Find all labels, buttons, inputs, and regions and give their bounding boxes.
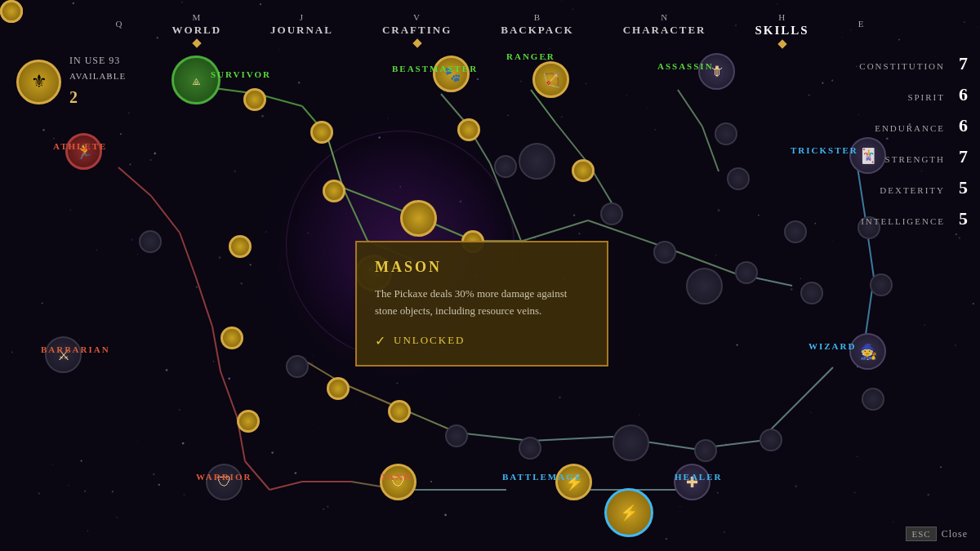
skill-node-sm12[interactable] [800, 282, 823, 304]
stat-constitution: CONSTITUTION 7 [859, 53, 968, 74]
wizard-icon: 🧙 [859, 343, 877, 361]
skill-node-sm8[interactable] [600, 202, 623, 225]
skill-node-assassin[interactable]: 🗡 [698, 53, 735, 90]
tooltip-description: The Pickaxe deals 30% more damage agains… [375, 286, 589, 320]
currency-icon: ⚜ [16, 60, 61, 104]
skill-node-med3[interactable] [686, 268, 723, 304]
top-navigation: Q M WORLD J JOURNAL V CRAFTING B BACKPAC… [0, 0, 980, 49]
nav-key-character: N [661, 12, 668, 22]
nav-key-skills: H [778, 12, 786, 22]
skill-node-healer[interactable]: ✚ [674, 464, 710, 500]
nav-diamond-crafting [412, 38, 421, 47]
skill-label-ranger-text: RANGER [506, 51, 555, 61]
stat-value-intelligence: 5 [951, 208, 968, 229]
skill-node-sm30[interactable] [862, 388, 884, 411]
skill-node-sm29[interactable] [870, 273, 893, 296]
esc-key[interactable]: ESC [906, 527, 936, 541]
survivor-icon: ⟁ [192, 72, 201, 89]
esc-close[interactable]: ESC Close [906, 527, 968, 541]
in-use-label: IN USE [69, 55, 105, 66]
nav-item-e[interactable]: E [834, 12, 889, 37]
skill-node-tank[interactable]: 🛡 [380, 464, 416, 500]
stat-value-endurance: 6 [951, 115, 968, 136]
skill-label-survivor: SURVIVOR [211, 69, 271, 79]
skill-node-sm18[interactable] [388, 400, 411, 423]
skill-node-battlemage[interactable]: ⚡ [555, 464, 592, 500]
stat-strength: STRENGTH 7 [859, 146, 968, 167]
skill-node-athlete[interactable]: 🏃 [65, 133, 102, 170]
nav-label-backpack: BACKPACK [501, 24, 573, 37]
skill-node-sm17[interactable] [327, 377, 350, 400]
skill-node-sm16[interactable] [286, 355, 309, 378]
nav-item-character[interactable]: N CHARACTER [599, 6, 731, 43]
skill-tooltip: MASON The Pickaxe deals 30% more damage … [355, 241, 608, 367]
skill-node-med2[interactable] [519, 143, 555, 180]
skill-node-sm20[interactable] [519, 437, 541, 460]
nav-label-skills: SKILLS [755, 24, 809, 38]
skill-node-sm26[interactable] [237, 410, 260, 433]
nav-key-q: Q [116, 19, 123, 29]
skill-label-barbarian: BARBARIAN [41, 344, 110, 354]
skill-node-sm27[interactable] [139, 230, 162, 253]
tooltip-status: ✓ UNLOCKED [375, 333, 589, 349]
skill-node-sm1[interactable] [243, 88, 266, 111]
skill-node-ranger[interactable]: 🏹 [532, 61, 569, 98]
skill-node-sm10[interactable] [727, 167, 750, 190]
skill-node-sm14[interactable] [653, 241, 676, 264]
skill-node-sm21[interactable] [694, 439, 717, 462]
tooltip-title: MASON [375, 259, 589, 276]
stat-dexterity: DEXTERITY 5 [859, 177, 968, 198]
nav-label-character: CHARACTER [623, 24, 706, 37]
nav-diamond-skills [777, 39, 786, 48]
skill-node-healer-large[interactable]: ⚡ [604, 488, 653, 537]
nav-key-backpack: B [534, 12, 541, 22]
stat-value-spirit: 6 [951, 84, 968, 105]
stat-label-constitution: CONSTITUTION [859, 61, 945, 71]
skill-label-warrior: WARRIOR [196, 472, 252, 482]
nav-item-q[interactable]: Q [91, 12, 148, 37]
skill-node-med4[interactable] [612, 424, 649, 461]
skill-label-wizard: WIZARD [808, 341, 856, 351]
skill-node-sm2[interactable] [310, 121, 333, 144]
nav-key-world: M [192, 12, 201, 22]
stat-label-spirit: SPIRIT [907, 92, 945, 102]
skill-node-survivor[interactable]: ⟁ [172, 56, 220, 104]
skill-node-warrior[interactable]: 🛡 [206, 464, 243, 500]
nav-key-e: E [858, 19, 865, 29]
skill-label-trickster: TRICKSTER [791, 145, 858, 155]
skill-node-sm22[interactable] [760, 429, 782, 451]
stat-value-constitution: 7 [951, 53, 968, 74]
skill-node-sm7[interactable] [572, 159, 595, 182]
skill-node-beastmaster[interactable]: 🐾 [433, 56, 470, 92]
skill-node-sm15[interactable] [735, 261, 758, 284]
nav-key-journal: J [300, 12, 304, 22]
stat-label-strength: STRENGTH [885, 154, 945, 164]
skill-node-sm11[interactable] [784, 220, 807, 243]
skill-node-sm19[interactable] [445, 424, 468, 447]
nav-label-world: WORLD [172, 24, 222, 37]
skill-label-healer: HEALER [675, 472, 722, 482]
nav-item-backpack[interactable]: B BACKPACK [476, 6, 598, 43]
skill-node-sm23[interactable] [229, 235, 252, 258]
skill-label-battlemage: BATTLEMAGE [502, 472, 582, 482]
skill-node-barbarian[interactable]: ⚔ [45, 336, 82, 373]
skill-node-sm6[interactable] [494, 155, 517, 178]
skill-node-wizard[interactable]: 🧙 [849, 333, 886, 370]
nav-item-world[interactable]: M WORLD [148, 6, 247, 43]
nav-key-crafting: V [413, 12, 421, 22]
skill-label-assassin: ASSASSIN [657, 61, 714, 71]
nav-label-journal: JOURNAL [270, 24, 333, 37]
healer-large-icon: ⚡ [620, 504, 638, 522]
nav-item-skills[interactable]: H SKILLS [731, 6, 834, 44]
skill-node-sm25[interactable] [220, 327, 243, 349]
skill-node-med1[interactable] [400, 200, 437, 237]
stat-value-dexterity: 5 [951, 177, 968, 198]
currency-text: IN USE 93 AVAILABLE 2 [69, 53, 126, 110]
nav-item-journal[interactable]: J JOURNAL [246, 6, 358, 43]
stat-intelligence: INTELLIGENCE 5 [859, 208, 968, 229]
skill-node-sm3[interactable] [323, 180, 345, 202]
nav-item-crafting[interactable]: V CRAFTING [358, 6, 476, 43]
skill-node-sm5[interactable] [457, 118, 480, 141]
skill-node-sm9[interactable] [715, 122, 737, 145]
nav-diamond-world [192, 38, 201, 47]
